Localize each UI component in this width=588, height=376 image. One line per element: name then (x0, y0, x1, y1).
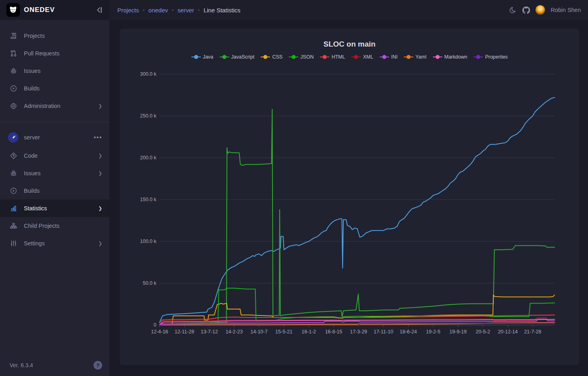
x-axis-tick-label: 17-3-29 (350, 329, 367, 335)
legend-marker-icon (289, 55, 298, 59)
x-axis-tick-label: 14-2-23 (226, 329, 243, 335)
sidebar-project-row[interactable]: server ••• (0, 128, 109, 147)
sidebar-item-code[interactable]: Code❯ (0, 147, 109, 164)
legend-item-properties[interactable]: Properties (473, 54, 508, 60)
legend-label: Yaml (415, 54, 426, 60)
breadcrumb-separator: • (143, 8, 144, 12)
topbar-right: Robin Shen (509, 5, 581, 15)
github-icon[interactable] (522, 6, 530, 14)
sidebar-item-administration[interactable]: Administration❯ (0, 97, 109, 115)
legend-item-json[interactable]: JSON (289, 54, 313, 60)
legend-label: CSS (272, 54, 282, 60)
x-axis-tick-label: 15-5-21 (275, 329, 292, 335)
legend-marker-icon (220, 55, 229, 59)
sidebar-item-builds[interactable]: Builds (0, 182, 109, 200)
series-line-java (160, 98, 555, 323)
x-axis-tick-label: 13-7-12 (201, 329, 218, 335)
x-axis-tick-label: 17-11-10 (374, 329, 393, 335)
y-axis-tick-label: 300.0 k (140, 71, 157, 77)
user-name[interactable]: Robin Shen (551, 7, 581, 13)
collapse-sidebar-icon[interactable] (95, 6, 103, 14)
play-circle-icon (10, 187, 18, 194)
legend-label: INI (391, 54, 397, 60)
legend-item-markdown[interactable]: Markdown (433, 54, 467, 60)
sidebar-main-nav: ProjectsPull RequestsIssuesBuildsAdminis… (0, 20, 109, 119)
sidebar-item-issues[interactable]: Issues (0, 62, 109, 80)
legend-label: JSON (300, 54, 313, 60)
legend-item-java[interactable]: Java (191, 54, 213, 60)
sidebar: ONEDEV ProjectsPull RequestsIssuesBuilds… (0, 0, 109, 376)
bug-icon (10, 67, 18, 74)
sidebar-item-label: Code (24, 153, 92, 159)
sidebar-item-projects[interactable]: Projects (0, 27, 109, 45)
legend-item-xml[interactable]: XML (351, 54, 373, 60)
play-circle-icon (10, 85, 18, 92)
x-axis-tick-label: 12-4-16 (151, 329, 168, 335)
sidebar-item-label: Settings (24, 240, 92, 247)
sidebar-item-label: Child Projects (24, 223, 102, 229)
user-avatar[interactable] (535, 5, 545, 15)
legend-item-yaml[interactable]: Yaml (404, 54, 426, 60)
sidebar-item-settings[interactable]: Settings❯ (0, 235, 109, 252)
onedev-logo-icon[interactable] (6, 3, 20, 17)
app-title: ONEDEV (24, 6, 91, 14)
legend-label: Markdown (444, 54, 467, 60)
x-axis-tick-label: 21-7-28 (524, 329, 541, 335)
sidebar-item-label: Projects (24, 33, 102, 39)
legend-item-ini[interactable]: INI (380, 54, 397, 60)
x-axis-tick-label: 20-12-14 (498, 329, 518, 335)
bug-icon (10, 170, 18, 177)
chevron-right-icon: ❯ (98, 103, 102, 109)
sloc-line-chart[interactable]: 300.0 k250.0 k200.0 k150.0 k100.0 k50.0 … (124, 60, 575, 341)
legend-item-html[interactable]: HTML (320, 54, 345, 60)
sliders-icon (10, 240, 18, 247)
legend-label: XML (363, 54, 373, 60)
project-more-button[interactable]: ••• (94, 134, 102, 141)
sidebar-item-label: Statistics (24, 205, 92, 212)
breadcrumb-separator: • (198, 8, 200, 12)
breadcrumb-separator: • (172, 8, 173, 12)
y-axis-tick-label: 150.0 k (140, 197, 157, 202)
legend-label: Java (203, 54, 213, 60)
help-button[interactable]: ? (93, 361, 102, 370)
breadcrumb-link-onedev[interactable]: onedev (148, 7, 168, 14)
sidebar-item-label: Issues (24, 68, 102, 74)
chevron-right-icon: ❯ (98, 153, 102, 159)
bar-chart-icon (10, 205, 18, 212)
sidebar-item-statistics[interactable]: Statistics❯ (0, 200, 109, 217)
x-axis-tick-label: 12-11-28 (175, 329, 194, 335)
sidebar-item-label: Builds (24, 188, 102, 194)
chart-legend: JavaJavaScriptCSSJSONHTMLXMLINIYamlMarkd… (124, 54, 575, 60)
breadcrumb: Projects•onedev•server•Line Statistics (117, 7, 240, 14)
breadcrumb-link-projects[interactable]: Projects (117, 7, 139, 14)
y-axis-tick-label: 100.0 k (140, 239, 157, 244)
sidebar-item-label: Administration (24, 103, 92, 109)
breadcrumb-link-server[interactable]: server (177, 7, 194, 14)
app-root: ONEDEV ProjectsPull RequestsIssuesBuilds… (0, 0, 588, 376)
legend-marker-icon (191, 55, 201, 59)
sidebar-item-label: Pull Requests (24, 50, 102, 57)
sidebar-item-builds[interactable]: Builds (0, 80, 109, 97)
dark-mode-moon-icon[interactable] (509, 6, 517, 14)
page-title: Line Statistics (204, 7, 241, 14)
sidebar-header: ONEDEV (0, 0, 109, 20)
sidebar-item-issues[interactable]: Issues❯ (0, 164, 109, 182)
legend-item-javascript[interactable]: JavaScript (220, 54, 254, 60)
sidebar-footer: Ver. 6.3.4 ? (0, 354, 109, 376)
chevron-right-icon: ❯ (98, 206, 102, 211)
legend-item-css[interactable]: CSS (261, 54, 282, 60)
sidebar-divider (0, 122, 109, 122)
sidebar-item-label: Builds (24, 85, 102, 92)
legend-marker-icon (351, 55, 361, 59)
y-axis-tick-label: 250.0 k (140, 113, 157, 119)
sidebar-item-child-projects[interactable]: Child Projects (0, 217, 109, 235)
legend-marker-icon (380, 55, 389, 59)
sidebar-item-pull-requests[interactable]: Pull Requests (0, 45, 109, 62)
gear-icon (10, 102, 18, 110)
sidebar-project-nav: Code❯Issues❯BuildsStatistics❯Child Proje… (0, 147, 109, 256)
sidebar-item-label: Issues (24, 170, 92, 176)
legend-label: JavaScript (231, 54, 254, 60)
legend-label: HTML (331, 54, 345, 60)
main-area: Projects•onedev•server•Line Statistics R… (109, 0, 588, 376)
legend-marker-icon (473, 55, 483, 59)
